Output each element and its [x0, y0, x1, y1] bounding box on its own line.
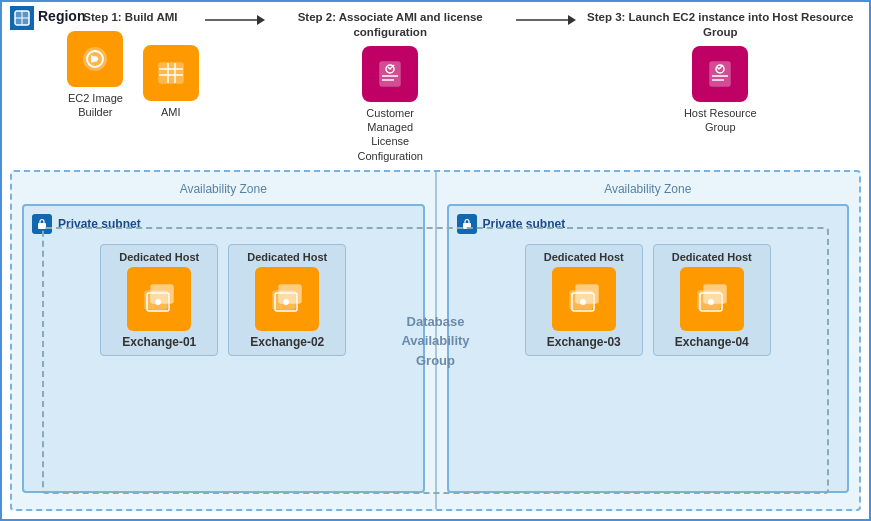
svg-rect-33 [463, 223, 471, 229]
az2-private-subnet: Private subnet Dedicated Host [447, 204, 850, 493]
az1-hosts-row: Dedicated Host Exchange-01 [32, 244, 415, 356]
host-card-3: Dedicated Host Exchange-03 [525, 244, 643, 356]
customer-license-icon [362, 46, 418, 102]
arrow1 [199, 10, 271, 60]
az2-subnet-header: Private subnet [457, 214, 840, 234]
host3-label: Dedicated Host [544, 251, 624, 263]
host-resource-group-item: Host Resource Group [680, 46, 760, 135]
step2-block: Step 2: Associate AMI and license config… [271, 10, 510, 163]
host4-label: Dedicated Host [672, 251, 752, 263]
svg-rect-7 [159, 63, 183, 83]
az-zone-2: Availability Zone Private subnet [437, 172, 860, 509]
az2-subnet-label: Private subnet [483, 217, 566, 231]
az1-label: Availability Zone [22, 182, 425, 196]
host-card-2: Dedicated Host Exchange-02 [228, 244, 346, 356]
host-card-1: Dedicated Host Exchange-01 [100, 244, 218, 356]
step3-icons: Host Resource Group [680, 46, 760, 135]
ec2-image-builder-item: EC2 Image Builder [62, 31, 129, 120]
step3-label: Step 3: Launch EC2 instance into Host Re… [582, 10, 859, 40]
workflow-section: Step 1: Build AMI EC2 Im [42, 10, 859, 165]
ec2-image-builder-icon [67, 31, 123, 87]
az2-lock-icon [457, 214, 477, 234]
host4-icon [680, 267, 744, 331]
az-container: Availability Zone Private subnet [12, 172, 859, 509]
ami-label: AMI [161, 105, 181, 119]
host1-label: Dedicated Host [119, 251, 199, 263]
host2-icon [255, 267, 319, 331]
az-zone-1: Availability Zone Private subnet [12, 172, 437, 509]
az2-hosts-row: Dedicated Host Exchange-03 [457, 244, 840, 356]
ami-item: AMI [143, 45, 199, 119]
host2-exchange-label: Exchange-02 [250, 335, 324, 349]
svg-point-32 [283, 299, 289, 305]
host3-exchange-label: Exchange-03 [547, 335, 621, 349]
host2-label: Dedicated Host [247, 251, 327, 263]
step2-icons: Customer Managed License Configuration [350, 46, 430, 163]
region-icon [10, 6, 34, 30]
svg-marker-13 [257, 15, 265, 25]
svg-marker-19 [568, 15, 576, 25]
customer-license-item: Customer Managed License Configuration [350, 46, 430, 163]
ami-icon [143, 45, 199, 101]
ec2-image-builder-label: EC2 Image Builder [62, 91, 129, 120]
host-resource-group-label: Host Resource Group [680, 106, 760, 135]
step2-label: Step 2: Associate AMI and license config… [271, 10, 510, 40]
az1-lock-icon [32, 214, 52, 234]
step1-icons: EC2 Image Builder [62, 31, 199, 120]
host3-icon [552, 267, 616, 331]
svg-point-6 [92, 56, 98, 62]
host1-exchange-label: Exchange-01 [122, 335, 196, 349]
arch-section: Database Availability Group Availability… [10, 170, 861, 511]
host1-icon [127, 267, 191, 331]
az1-subnet-label: Private subnet [58, 217, 141, 231]
svg-point-37 [580, 299, 586, 305]
step3-block: Step 3: Launch EC2 instance into Host Re… [582, 10, 859, 134]
step1-block: Step 1: Build AMI EC2 Im [62, 10, 199, 120]
customer-license-label: Customer Managed License Configuration [350, 106, 430, 163]
az2-label: Availability Zone [447, 182, 850, 196]
az1-subnet-header: Private subnet [32, 214, 415, 234]
arrow2 [510, 10, 582, 60]
step1-label: Step 1: Build AMI [80, 10, 180, 25]
svg-rect-24 [38, 223, 46, 229]
az1-private-subnet: Private subnet Dedicated Host [22, 204, 425, 493]
svg-point-28 [155, 299, 161, 305]
diagram-container: Region Step 1: Build AMI [0, 0, 871, 521]
host4-exchange-label: Exchange-04 [675, 335, 749, 349]
svg-point-41 [708, 299, 714, 305]
host-card-4: Dedicated Host Exchange-04 [653, 244, 771, 356]
host-resource-group-icon [692, 46, 748, 102]
